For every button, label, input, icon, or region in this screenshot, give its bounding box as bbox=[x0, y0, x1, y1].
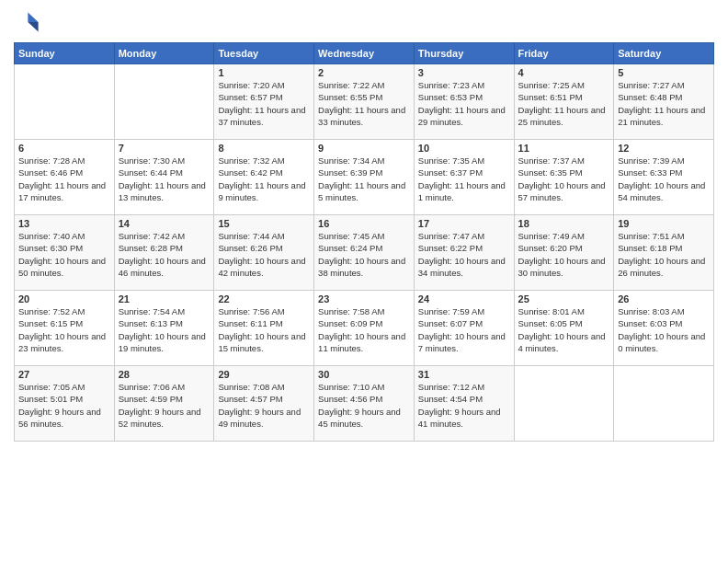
day-number: 1 bbox=[218, 67, 310, 78]
calendar-cell: 25Sunrise: 8:01 AMSunset: 6:05 PMDayligh… bbox=[514, 291, 614, 366]
calendar-cell: 5Sunrise: 7:27 AMSunset: 6:48 PMDaylight… bbox=[614, 64, 714, 140]
day-info: Sunrise: 7:40 AMSunset: 6:30 PMDaylight:… bbox=[18, 230, 110, 279]
day-number: 19 bbox=[618, 218, 710, 229]
calendar-cell: 17Sunrise: 7:47 AMSunset: 6:22 PMDayligh… bbox=[414, 215, 514, 291]
calendar-week: 20Sunrise: 7:52 AMSunset: 6:15 PMDayligh… bbox=[15, 291, 714, 366]
day-number: 21 bbox=[119, 293, 210, 304]
calendar-week: 1Sunrise: 7:20 AMSunset: 6:57 PMDaylight… bbox=[15, 64, 714, 140]
calendar-cell: 3Sunrise: 7:23 AMSunset: 6:53 PMDaylight… bbox=[414, 64, 514, 140]
day-info: Sunrise: 7:59 AMSunset: 6:07 PMDaylight:… bbox=[418, 305, 510, 354]
day-info: Sunrise: 7:06 AMSunset: 4:59 PMDaylight:… bbox=[119, 381, 210, 430]
calendar-cell: 27Sunrise: 7:05 AMSunset: 5:01 PMDayligh… bbox=[15, 366, 115, 442]
weekday-header: Tuesday bbox=[214, 43, 314, 64]
calendar-cell: 1Sunrise: 7:20 AMSunset: 6:57 PMDaylight… bbox=[214, 64, 314, 140]
weekday-header: Thursday bbox=[414, 43, 514, 64]
weekday-header: Wednesday bbox=[314, 43, 415, 64]
calendar-cell: 29Sunrise: 7:08 AMSunset: 4:57 PMDayligh… bbox=[214, 366, 314, 442]
calendar-cell: 19Sunrise: 7:51 AMSunset: 6:18 PMDayligh… bbox=[614, 215, 714, 291]
day-info: Sunrise: 7:56 AMSunset: 6:11 PMDaylight:… bbox=[218, 305, 310, 354]
calendar-cell: 15Sunrise: 7:44 AMSunset: 6:26 PMDayligh… bbox=[214, 215, 314, 291]
calendar-cell: 14Sunrise: 7:42 AMSunset: 6:28 PMDayligh… bbox=[114, 215, 214, 291]
day-number: 18 bbox=[518, 218, 610, 229]
day-number: 6 bbox=[18, 143, 110, 154]
calendar-cell bbox=[614, 366, 714, 442]
calendar-cell: 8Sunrise: 7:32 AMSunset: 6:42 PMDaylight… bbox=[214, 140, 314, 215]
day-number: 24 bbox=[418, 293, 510, 304]
calendar-cell: 24Sunrise: 7:59 AMSunset: 6:07 PMDayligh… bbox=[414, 291, 514, 366]
day-info: Sunrise: 7:05 AMSunset: 5:01 PMDaylight:… bbox=[18, 381, 110, 430]
day-info: Sunrise: 7:23 AMSunset: 6:53 PMDaylight:… bbox=[418, 79, 510, 128]
day-number: 25 bbox=[518, 293, 610, 304]
weekday-header: Sunday bbox=[15, 43, 115, 64]
calendar-cell: 12Sunrise: 7:39 AMSunset: 6:33 PMDayligh… bbox=[614, 140, 714, 215]
day-number: 30 bbox=[318, 369, 410, 380]
day-info: Sunrise: 7:20 AMSunset: 6:57 PMDaylight:… bbox=[218, 79, 310, 128]
calendar-cell: 4Sunrise: 7:25 AMSunset: 6:51 PMDaylight… bbox=[514, 64, 614, 140]
day-info: Sunrise: 7:34 AMSunset: 6:39 PMDaylight:… bbox=[318, 155, 410, 203]
day-info: Sunrise: 7:10 AMSunset: 4:56 PMDaylight:… bbox=[318, 381, 410, 430]
day-info: Sunrise: 7:32 AMSunset: 6:42 PMDaylight:… bbox=[218, 155, 310, 203]
day-info: Sunrise: 7:52 AMSunset: 6:15 PMDaylight:… bbox=[18, 305, 110, 354]
logo bbox=[14, 9, 43, 35]
day-info: Sunrise: 7:30 AMSunset: 6:44 PMDaylight:… bbox=[119, 155, 210, 203]
day-info: Sunrise: 8:03 AMSunset: 6:03 PMDaylight:… bbox=[618, 305, 710, 354]
day-info: Sunrise: 7:42 AMSunset: 6:28 PMDaylight:… bbox=[119, 230, 210, 279]
calendar-week: 13Sunrise: 7:40 AMSunset: 6:30 PMDayligh… bbox=[15, 215, 714, 291]
day-number: 27 bbox=[18, 369, 110, 380]
calendar-cell: 16Sunrise: 7:45 AMSunset: 6:24 PMDayligh… bbox=[314, 215, 415, 291]
day-number: 31 bbox=[418, 369, 510, 380]
day-info: Sunrise: 7:39 AMSunset: 6:33 PMDaylight:… bbox=[618, 155, 710, 203]
calendar-cell bbox=[15, 64, 115, 140]
day-number: 22 bbox=[218, 293, 310, 304]
day-number: 2 bbox=[318, 67, 410, 78]
page: SundayMondayTuesdayWednesdayThursdayFrid… bbox=[0, 0, 728, 563]
calendar-cell: 20Sunrise: 7:52 AMSunset: 6:15 PMDayligh… bbox=[15, 291, 115, 366]
calendar-week: 6Sunrise: 7:28 AMSunset: 6:46 PMDaylight… bbox=[15, 140, 714, 215]
day-info: Sunrise: 7:49 AMSunset: 6:20 PMDaylight:… bbox=[518, 230, 610, 279]
day-info: Sunrise: 7:44 AMSunset: 6:26 PMDaylight:… bbox=[218, 230, 310, 279]
day-number: 11 bbox=[518, 143, 610, 154]
day-number: 14 bbox=[119, 218, 210, 229]
calendar-cell: 22Sunrise: 7:56 AMSunset: 6:11 PMDayligh… bbox=[214, 291, 314, 366]
header bbox=[14, 9, 714, 35]
calendar-cell: 21Sunrise: 7:54 AMSunset: 6:13 PMDayligh… bbox=[114, 291, 214, 366]
calendar-cell: 23Sunrise: 7:58 AMSunset: 6:09 PMDayligh… bbox=[314, 291, 415, 366]
day-info: Sunrise: 7:08 AMSunset: 4:57 PMDaylight:… bbox=[218, 381, 310, 430]
calendar-cell: 26Sunrise: 8:03 AMSunset: 6:03 PMDayligh… bbox=[614, 291, 714, 366]
day-info: Sunrise: 7:47 AMSunset: 6:22 PMDaylight:… bbox=[418, 230, 510, 279]
calendar-cell: 10Sunrise: 7:35 AMSunset: 6:37 PMDayligh… bbox=[414, 140, 514, 215]
calendar-cell: 31Sunrise: 7:12 AMSunset: 4:54 PMDayligh… bbox=[414, 366, 514, 442]
day-info: Sunrise: 7:35 AMSunset: 6:37 PMDaylight:… bbox=[418, 155, 510, 203]
day-number: 29 bbox=[218, 369, 310, 380]
day-number: 15 bbox=[218, 218, 310, 229]
day-number: 4 bbox=[518, 67, 610, 78]
calendar-cell: 11Sunrise: 7:37 AMSunset: 6:35 PMDayligh… bbox=[514, 140, 614, 215]
calendar-cell: 2Sunrise: 7:22 AMSunset: 6:55 PMDaylight… bbox=[314, 64, 415, 140]
weekday-header: Saturday bbox=[614, 43, 714, 64]
day-number: 16 bbox=[318, 218, 410, 229]
calendar-week: 27Sunrise: 7:05 AMSunset: 5:01 PMDayligh… bbox=[15, 366, 714, 442]
day-number: 8 bbox=[218, 143, 310, 154]
day-info: Sunrise: 7:37 AMSunset: 6:35 PMDaylight:… bbox=[518, 155, 610, 203]
weekday-header: Monday bbox=[114, 43, 214, 64]
day-number: 3 bbox=[418, 67, 510, 78]
day-number: 13 bbox=[18, 218, 110, 229]
day-number: 28 bbox=[119, 369, 210, 380]
day-info: Sunrise: 7:27 AMSunset: 6:48 PMDaylight:… bbox=[618, 79, 710, 128]
day-info: Sunrise: 7:25 AMSunset: 6:51 PMDaylight:… bbox=[518, 79, 610, 128]
day-info: Sunrise: 7:58 AMSunset: 6:09 PMDaylight:… bbox=[318, 305, 410, 354]
weekday-header: Friday bbox=[514, 43, 614, 64]
calendar-cell: 6Sunrise: 7:28 AMSunset: 6:46 PMDaylight… bbox=[15, 140, 115, 215]
calendar-cell: 18Sunrise: 7:49 AMSunset: 6:20 PMDayligh… bbox=[514, 215, 614, 291]
day-number: 7 bbox=[119, 143, 210, 154]
day-number: 26 bbox=[618, 293, 710, 304]
calendar-cell: 9Sunrise: 7:34 AMSunset: 6:39 PMDaylight… bbox=[314, 140, 415, 215]
day-number: 12 bbox=[618, 143, 710, 154]
day-number: 17 bbox=[418, 218, 510, 229]
day-number: 23 bbox=[318, 293, 410, 304]
calendar-cell: 28Sunrise: 7:06 AMSunset: 4:59 PMDayligh… bbox=[114, 366, 214, 442]
calendar-body: 1Sunrise: 7:20 AMSunset: 6:57 PMDaylight… bbox=[15, 64, 714, 442]
day-info: Sunrise: 7:51 AMSunset: 6:18 PMDaylight:… bbox=[618, 230, 710, 279]
day-info: Sunrise: 7:12 AMSunset: 4:54 PMDaylight:… bbox=[418, 381, 510, 430]
calendar-cell: 30Sunrise: 7:10 AMSunset: 4:56 PMDayligh… bbox=[314, 366, 415, 442]
